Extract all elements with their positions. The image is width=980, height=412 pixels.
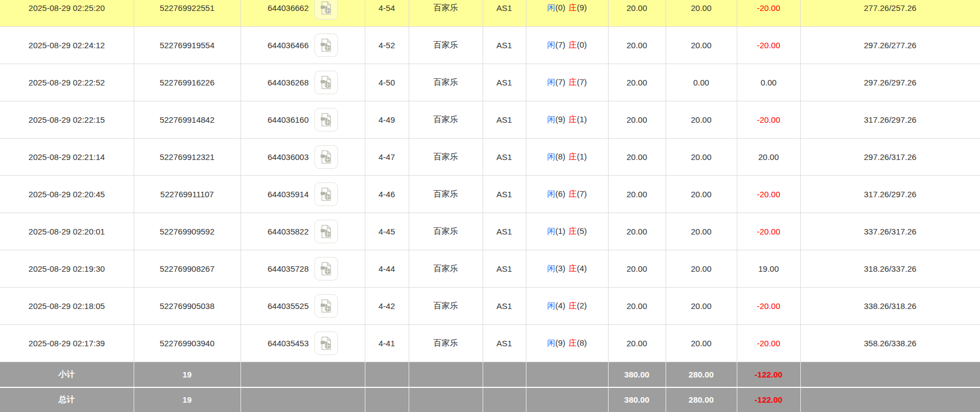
bet-history-viewport: 2025-08-29 02:25:20 522769922551 6440366… [0,0,980,412]
table-row[interactable]: 2025-08-29 02:17:39 522769903940 6440354… [0,325,980,362]
table-row[interactable]: 2025-08-29 02:20:01 522769909592 6440358… [0,213,980,250]
result-player-label: 闲 [547,264,555,273]
cell-order-no: 522769905038 [134,288,240,325]
result-banker-label: 庄 [569,301,577,310]
cell-table-id: AS1 [483,213,526,250]
table-row[interactable]: 2025-08-29 02:24:12 522769919554 6440364… [0,27,980,64]
game-no-text: 644035822 [267,227,308,236]
table-row[interactable]: 2025-08-29 02:19:30 522769908267 6440357… [0,250,980,288]
cell-game-no: 644035914 [240,176,365,213]
cell-time: 2025-08-29 02:21:14 [0,139,134,176]
result-banker-score: (7) [577,77,587,87]
result-banker-label: 庄 [569,189,577,198]
table-body: 2025-08-29 02:25:20 522769922551 6440366… [0,0,980,412]
result-player-score: (7) [555,77,565,87]
result-banker-label: 庄 [569,264,577,273]
cell-result: 闲(9)庄(8) [526,325,608,362]
video-file-icon [319,1,334,15]
cell-valid-bet: 20.00 [666,325,737,362]
cell-bet-amount: 20.00 [608,325,666,362]
video-replay-button[interactable] [314,331,338,355]
cell-time: 2025-08-29 02:19:30 [0,250,134,288]
cell-game-no: 644035728 [240,250,365,288]
cell-bet-amount: 20.00 [608,27,666,64]
summary-row: 小计 19 380.00 280.00 -122.00 [0,362,980,387]
cell-win-loss: -20.00 [737,213,800,250]
game-no-text: 644036662 [267,3,308,13]
result-banker-label: 庄 [569,338,577,347]
cell-win-loss: 20.00 [737,139,800,176]
cell-valid-bet: 20.00 [666,139,737,176]
summary-label: 总计 [0,387,134,412]
cell-round: 4-44 [365,250,409,288]
cell-valid-bet: 20.00 [666,101,737,139]
result-player-label: 闲 [547,338,555,347]
result-player-score: (3) [555,264,565,273]
cell-order-no: 522769922551 [134,0,240,27]
cell-table-id: AS1 [483,139,526,176]
cell-bet-amount: 20.00 [608,250,666,288]
cell-balance: 297.26/277.26 [800,27,980,64]
cell-game-no: 644035822 [240,213,365,250]
video-replay-button[interactable] [314,145,338,169]
cell-balance: 297.26/317.26 [800,139,980,176]
summary-valid-total: 280.00 [666,387,737,412]
summary-row: 总计 19 380.00 280.00 -122.00 [0,387,980,412]
cell-valid-bet: 20.00 [666,176,737,213]
result-banker-score: (5) [577,226,587,236]
cell-result: 闲(9)庄(1) [526,101,608,139]
game-no-text: 644036466 [267,41,308,50]
cell-balance: 318.26/337.26 [800,250,980,288]
cell-balance: 277.26/257.26 [800,0,980,27]
result-banker-score: (8) [577,338,587,347]
video-file-icon [319,299,334,313]
cell-valid-bet: 20.00 [666,213,737,250]
cell-win-loss: 19.00 [737,250,800,288]
video-replay-button[interactable] [314,257,338,281]
table-row[interactable]: 2025-08-29 02:22:15 522769914842 6440361… [0,101,980,139]
table-row[interactable]: 2025-08-29 02:25:20 522769922551 6440366… [0,0,980,27]
table-row[interactable]: 2025-08-29 02:21:14 522769912321 6440360… [0,139,980,176]
cell-win-loss: -20.00 [737,0,800,27]
cell-round: 4-46 [365,176,409,213]
result-banker-score: (7) [577,189,587,198]
table-row[interactable]: 2025-08-29 02:22:52 522769916226 6440362… [0,64,980,101]
video-replay-button[interactable] [314,71,338,94]
cell-order-no: 522769911107 [134,176,240,213]
cell-result: 闲(0)庄(9) [526,0,608,27]
video-file-icon [319,187,334,202]
result-banker-label: 庄 [569,115,577,124]
video-replay-button[interactable] [314,182,338,206]
cell-table-id: AS1 [483,176,526,213]
video-file-icon [319,75,334,90]
cell-order-no: 522769912321 [134,139,240,176]
result-player-label: 闲 [547,115,555,124]
game-no-text: 644036268 [267,78,308,87]
cell-round: 4-47 [365,139,409,176]
cell-win-loss: 0.00 [737,64,800,101]
video-replay-button[interactable] [314,220,338,243]
result-player-label: 闲 [547,77,555,87]
result-banker-label: 庄 [569,40,577,49]
cell-win-loss: -20.00 [737,176,800,213]
table-row[interactable]: 2025-08-29 02:18:05 522769905038 6440355… [0,288,980,325]
cell-time: 2025-08-29 02:24:12 [0,27,134,64]
cell-time: 2025-08-29 02:20:45 [0,176,134,213]
cell-win-loss: -20.00 [737,101,800,139]
cell-time: 2025-08-29 02:17:39 [0,325,134,362]
cell-game-no: 644036160 [240,101,365,139]
video-replay-button[interactable] [314,0,338,20]
cell-table-id: AS1 [483,0,526,27]
result-player-label: 闲 [547,40,555,49]
cell-round: 4-49 [365,101,409,139]
video-replay-button[interactable] [314,108,338,131]
table-row[interactable]: 2025-08-29 02:20:45 522769911107 6440359… [0,176,980,213]
video-replay-button[interactable] [314,33,338,57]
summary-count: 19 [134,362,240,387]
result-banker-label: 庄 [569,226,577,236]
result-player-score: (9) [555,115,565,124]
cell-time: 2025-08-29 02:25:20 [0,0,134,27]
video-replay-button[interactable] [314,294,338,318]
summary-win-loss-total: -122.00 [737,362,800,387]
result-player-score: (1) [555,226,565,236]
